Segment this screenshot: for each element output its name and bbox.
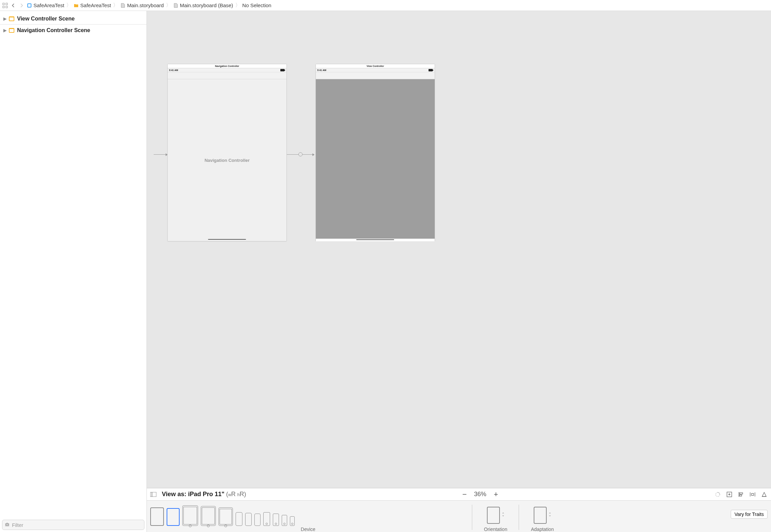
zoom-out-button[interactable]: − [461, 490, 468, 499]
svg-point-10 [6, 523, 9, 526]
device-iphone-8[interactable] [273, 514, 279, 526]
align-icon[interactable] [738, 491, 744, 498]
entry-point-arrow[interactable] [154, 154, 167, 155]
disclosure-triangle-icon[interactable]: ▶ [3, 28, 7, 33]
nav-controller-placeholder-label: Navigation Controller [205, 158, 250, 163]
device-iphone-8-plus[interactable] [263, 512, 270, 526]
section-divider [519, 505, 519, 530]
svg-rect-27 [752, 493, 754, 495]
outline-row-view-controller-scene[interactable]: ▶ View Controller Scene [0, 13, 146, 25]
folder-icon [73, 3, 79, 8]
orientation-stepper[interactable]: ˄˅ [502, 513, 504, 519]
orientation-block: ˄˅ Orientation [478, 503, 513, 532]
device-iphone-xs[interactable] [254, 514, 261, 526]
navigation-bar [316, 72, 435, 79]
svg-rect-9 [10, 29, 14, 32]
breadcrumb-item-no-selection[interactable]: No Selection [242, 2, 271, 8]
device-iphone-xs-max[interactable] [236, 512, 242, 526]
breadcrumb-item-storyboard-base[interactable]: Main.storyboard (Base) [173, 2, 233, 8]
svg-rect-5 [28, 4, 31, 7]
breadcrumb-bar: SafeAreaTest 〉 SafeAreaTest 〉 Main.story… [0, 0, 771, 11]
outline-row-navigation-controller-scene[interactable]: ▶ Navigation Controller Scene [0, 25, 146, 36]
breadcrumb-label: Main.storyboard [127, 2, 164, 8]
svg-rect-0 [3, 3, 4, 5]
filter-icon [5, 522, 10, 527]
pin-constraints-icon[interactable] [749, 491, 756, 498]
device-ipad-pro-10-5[interactable] [182, 505, 198, 526]
segue-relationship-icon[interactable] [298, 152, 303, 156]
svg-rect-17 [433, 70, 433, 71]
battery-icon [280, 69, 285, 71]
adaptation-icon[interactable] [534, 507, 547, 524]
resolve-constraints-icon[interactable] [761, 491, 768, 498]
device-list: Device [150, 503, 466, 532]
scene-navigation-controller[interactable]: Navigation Controller 9:41 AM Navigation… [167, 64, 287, 241]
svg-rect-14 [280, 69, 284, 71]
device-iphone-4s[interactable] [290, 516, 295, 526]
nav-forward-icon[interactable] [18, 2, 25, 9]
toggle-outline-icon[interactable] [150, 492, 157, 497]
adaptation-block: ˄˅ Adaptation [525, 503, 559, 532]
scene-icon [9, 28, 15, 33]
scene-title: View Controller [316, 64, 435, 68]
svg-rect-2 [3, 6, 4, 8]
chevron-separator-icon: 〉 [113, 2, 118, 9]
document-outline-panel: ▶ View Controller Scene ▶ Navigation Con… [0, 11, 147, 532]
device-ipad-mini[interactable] [219, 507, 233, 526]
outline-label: Navigation Controller Scene [17, 27, 90, 33]
adaptation-label: Adaptation [531, 527, 554, 532]
device-status-bar: 9:41 AM [316, 68, 435, 72]
device-configuration-bar: View as: iPad Pro 11" (wwRR hR) − 36% + [147, 488, 771, 532]
svg-rect-15 [284, 70, 285, 71]
update-frames-icon[interactable] [714, 491, 721, 498]
device-iphone-xr[interactable] [245, 513, 252, 526]
orientation-portrait-icon[interactable] [487, 507, 500, 524]
breadcrumb-label: Main.storyboard (Base) [180, 2, 233, 8]
svg-rect-23 [740, 493, 743, 494]
breadcrumb-label: No Selection [242, 2, 271, 8]
orientation-label: Orientation [484, 527, 507, 532]
scene-title: Navigation Controller [168, 64, 286, 68]
zoom-level[interactable]: 36% [474, 491, 486, 498]
outline-filter-input[interactable]: Filter [2, 520, 144, 530]
related-items-icon[interactable] [2, 2, 8, 9]
zoom-in-button[interactable]: + [492, 490, 499, 499]
device-iphone-se[interactable] [282, 515, 287, 526]
home-indicator [208, 239, 246, 240]
nav-back-icon[interactable] [10, 2, 16, 9]
device-status-bar: 9:41 AM [168, 68, 286, 72]
chevron-separator-icon: 〉 [66, 2, 71, 9]
storyboard-file-icon [173, 3, 179, 8]
breadcrumb-item-storyboard[interactable]: Main.storyboard [120, 2, 164, 8]
breadcrumb-label: SafeAreaTest [80, 2, 111, 8]
chevron-separator-icon: 〉 [235, 2, 240, 9]
view-as-label[interactable]: View as: iPad Pro 11" (wwRR hR) [162, 491, 246, 498]
navigation-bar [168, 72, 286, 79]
breadcrumb-item-project[interactable]: SafeAreaTest [27, 2, 64, 8]
adaptation-stepper[interactable]: ˄˅ [549, 513, 551, 519]
device-section-label: Device [301, 527, 316, 532]
disclosure-triangle-icon[interactable]: ▶ [3, 16, 7, 21]
chevron-separator-icon: 〉 [166, 2, 171, 9]
device-ipad-pro-12-9[interactable] [150, 507, 164, 526]
breadcrumb-label: SafeAreaTest [33, 2, 64, 8]
svg-rect-7 [10, 17, 14, 20]
status-time: 9:41 AM [169, 69, 178, 71]
home-indicator [356, 239, 394, 240]
svg-rect-3 [6, 6, 8, 8]
vary-for-traits-button[interactable]: Vary for Traits [731, 510, 768, 519]
section-divider [472, 505, 472, 530]
breadcrumb-item-folder[interactable]: SafeAreaTest [73, 2, 111, 8]
device-ipad-9-7[interactable] [201, 506, 216, 526]
storyboard-canvas[interactable]: Navigation Controller 9:41 AM Navigation… [147, 11, 771, 488]
device-ipad-pro-11[interactable] [167, 508, 180, 526]
svg-rect-16 [429, 69, 433, 71]
embed-in-icon[interactable] [726, 491, 733, 498]
battery-icon [429, 69, 433, 71]
svg-rect-1 [6, 3, 8, 5]
outline-label: View Controller Scene [17, 16, 75, 22]
scene-view-controller[interactable]: View Controller 9:41 AM [316, 64, 435, 241]
storyboard-file-icon [120, 3, 126, 8]
filter-placeholder: Filter [12, 522, 23, 528]
svg-rect-18 [150, 492, 156, 497]
